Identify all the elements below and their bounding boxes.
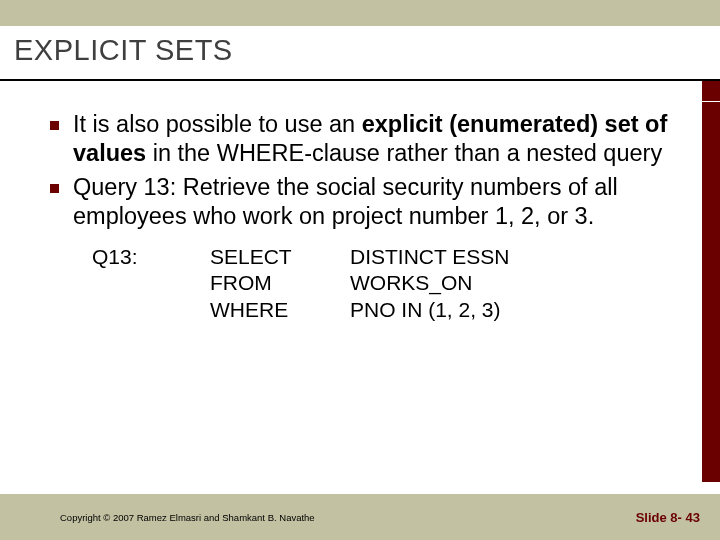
query-keyword: SELECT [210,244,350,271]
side-accent-bar [702,102,720,482]
query-line: Q13:SELECTDISTINCT ESSN [92,244,684,271]
top-accent-bar [0,0,720,26]
copyright-text: Copyright © 2007 Ramez Elmasri and Shamk… [60,512,315,523]
slide-title: EXPLICIT SETS [14,34,706,67]
bullet-text: Query 13: Retrieve the social security n… [73,173,684,232]
bullet-list: It is also possible to use an explicit (… [50,110,684,232]
query-line: FROMWORKS_ON [92,270,684,297]
query-label [92,297,210,324]
title-container: EXPLICIT SETS [0,26,720,81]
bullet-item: It is also possible to use an explicit (… [50,110,684,169]
query-block: Q13:SELECTDISTINCT ESSNFROMWORKS_ONWHERE… [92,244,684,325]
query-keyword: WHERE [210,297,350,324]
bullet-text: It is also possible to use an explicit (… [73,110,684,169]
query-line: WHEREPNO IN (1, 2, 3) [92,297,684,324]
bullet-square-icon [50,184,59,193]
query-argument: DISTINCT ESSN [350,244,684,271]
query-argument: PNO IN (1, 2, 3) [350,297,684,324]
divider-stripe [0,81,720,102]
query-label [92,270,210,297]
bullet-item: Query 13: Retrieve the social security n… [50,173,684,232]
query-keyword: FROM [210,270,350,297]
slide-body: It is also possible to use an explicit (… [0,102,720,482]
slide-number: Slide 8- 43 [636,510,700,525]
query-label: Q13: [92,244,210,271]
footer-bar: Copyright © 2007 Ramez Elmasri and Shamk… [0,494,720,540]
query-argument: WORKS_ON [350,270,684,297]
bullet-square-icon [50,121,59,130]
